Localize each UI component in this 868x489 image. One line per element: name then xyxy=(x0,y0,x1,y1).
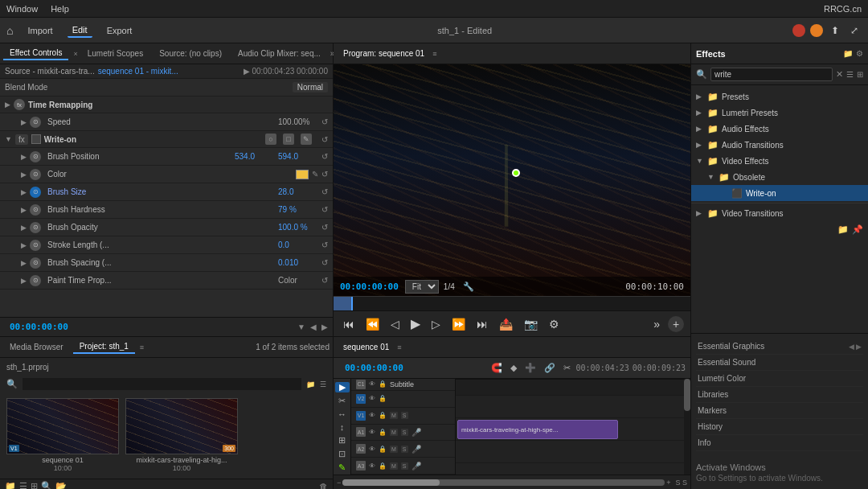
ec-bo-expand[interactable]: ▶ xyxy=(21,224,27,232)
bl-icon-list[interactable]: ☰ xyxy=(320,380,326,388)
tl-current-time[interactable]: 00:00:00:00 xyxy=(345,363,403,373)
bl-zoom-icon[interactable]: 🔍 xyxy=(41,481,52,489)
mp-add-button[interactable]: + xyxy=(668,316,684,332)
ec-stroke-length-value[interactable]: 0.0 xyxy=(278,240,318,249)
tl-v1-toggle[interactable]: V1 xyxy=(356,411,366,421)
rp-pin-icon[interactable]: 📌 xyxy=(852,224,863,235)
rp-lumetri-color[interactable]: Lumetri Color xyxy=(696,371,863,387)
ec-color-picker-icon[interactable]: ✎ xyxy=(312,170,318,179)
ec-prev-icon[interactable]: ◀ xyxy=(310,323,317,331)
tl-v2-eye[interactable]: 👁 xyxy=(369,395,375,402)
tool-rate-stretch[interactable]: ⊞ xyxy=(335,435,350,446)
media-thumb-2[interactable]: 300 mixkit-cars-traveling-at-hig... 10:0… xyxy=(125,398,238,472)
ec-brush-hardness-value[interactable]: 79 % xyxy=(278,205,318,214)
ec-next-icon[interactable]: ▶ xyxy=(321,323,328,331)
tl-v2-lock[interactable]: 🔒 xyxy=(379,395,387,402)
tl-a1-eye[interactable]: 👁 xyxy=(369,429,375,436)
upload-icon[interactable]: ⬆ xyxy=(828,23,842,38)
mp-shuttle-forward[interactable]: ⏭ xyxy=(473,316,491,332)
ec-color-reset[interactable]: ↺ xyxy=(321,170,328,179)
rp-history[interactable]: History xyxy=(696,419,863,435)
fullscreen-icon[interactable]: ⤢ xyxy=(847,23,862,38)
ec-bs-stopwatch[interactable]: ⊙ xyxy=(30,187,41,198)
home-button[interactable]: ⌂ xyxy=(6,24,13,37)
ec-brush-opacity-value[interactable]: 100.0 % xyxy=(278,223,318,232)
tab-effect-controls[interactable]: Effect Controls xyxy=(3,47,68,60)
rp-search-clear[interactable]: ✕ xyxy=(836,69,843,80)
ec-writeon-circle-tool[interactable]: ○ xyxy=(265,134,276,145)
ec-speed-reset[interactable]: ↺ xyxy=(321,117,328,126)
ec-writeon-expand[interactable]: ▼ xyxy=(5,135,12,143)
tl-razor-icon[interactable]: ✂ xyxy=(561,362,573,374)
rp-item-video-effects[interactable]: ▼ 📁 Video Effects xyxy=(691,153,868,169)
tl-a1-mute[interactable]: M xyxy=(390,429,398,436)
rp-essential-sound[interactable]: Essential Sound xyxy=(696,355,863,371)
tl-a3-eye[interactable]: 👁 xyxy=(369,462,375,470)
mp-mark-out[interactable]: ▷ xyxy=(428,316,444,332)
tl-v1-lock[interactable]: 🔒 xyxy=(379,412,387,419)
tl-v1-solo[interactable]: S xyxy=(401,412,408,419)
menu-help[interactable]: Help xyxy=(51,4,69,14)
rp-icon2[interactable]: ⊞ xyxy=(857,70,863,79)
bl-list-view-icon[interactable]: ☰ xyxy=(19,481,27,489)
bl-new-bin-icon[interactable]: 📁 xyxy=(5,481,16,489)
ec-pt-reset[interactable]: ↺ xyxy=(321,276,328,285)
ec-pt-expand[interactable]: ▶ xyxy=(21,277,27,285)
rp-info[interactable]: Info xyxy=(696,435,863,451)
ec-bp-stopwatch[interactable]: ⊙ xyxy=(30,151,41,162)
mp-settings-icon[interactable]: ⚙ xyxy=(546,316,563,332)
bl-delete-icon[interactable]: 🗑 xyxy=(319,482,328,490)
tool-ripple[interactable]: ↕ xyxy=(335,422,350,432)
bl-folder-icon[interactable]: 📂 xyxy=(55,481,67,489)
notification-red-icon[interactable] xyxy=(792,24,805,37)
tl-zoom-out[interactable]: − xyxy=(337,479,341,487)
tl-a2-mute[interactable]: M xyxy=(390,446,398,453)
edit-button[interactable]: Edit xyxy=(68,23,92,38)
ec-bs-reset[interactable]: ↺ xyxy=(321,187,328,196)
menu-window[interactable]: Window xyxy=(6,4,38,14)
ec-brush-pos-x[interactable]: 534.0 xyxy=(235,152,275,161)
tl-a2-mic[interactable]: 🎤 xyxy=(411,445,421,454)
ec-bp-reset[interactable]: ↺ xyxy=(321,152,328,161)
ec-timecode-display[interactable]: ▶ 00:00:04:23 00:00:00 xyxy=(244,67,328,76)
mp-scrubber[interactable] xyxy=(334,296,690,310)
ec-paint-time-value[interactable]: Color xyxy=(278,276,318,285)
tl-add-clip-icon[interactable]: ➕ xyxy=(522,362,538,374)
ec-pt-stopwatch[interactable]: ⊙ xyxy=(30,275,41,286)
tl-vscroll-thumb[interactable] xyxy=(684,379,690,411)
rp-item-obsolete[interactable]: ▼ 📁 Obsolete xyxy=(691,169,868,185)
rp-item-write-on[interactable]: ⬛ Write-on xyxy=(691,185,868,201)
tool-pen[interactable]: ✎ xyxy=(335,462,350,473)
tl-link-icon[interactable]: 🔗 xyxy=(542,362,558,374)
bl-search-input[interactable] xyxy=(23,378,301,390)
tl-v1-eye[interactable]: 👁 xyxy=(369,412,375,419)
ec-filter-icon[interactable]: ▼ xyxy=(297,323,305,331)
ec-sl-reset[interactable]: ↺ xyxy=(321,240,328,249)
tl-a2-toggle[interactable]: A2 xyxy=(356,444,366,454)
ec-bh-expand[interactable]: ▶ xyxy=(21,206,27,214)
rp-settings-icon[interactable]: ⚙ xyxy=(856,49,863,58)
ec-sl-stopwatch[interactable]: ⊙ xyxy=(30,240,41,251)
tl-a2-solo[interactable]: S xyxy=(401,446,408,453)
ec-time-remapping-expand[interactable]: ▶ xyxy=(5,101,10,109)
tab-sequence[interactable]: sequence 01 xyxy=(337,341,395,353)
ec-writeon-rect-tool[interactable]: □ xyxy=(283,134,294,145)
tl-zoom-slider[interactable] xyxy=(342,479,665,486)
mp-play-button[interactable]: ▶ xyxy=(407,314,424,333)
tl-a2-eye[interactable]: 👁 xyxy=(369,446,375,453)
bl-grid-view-icon[interactable]: ⊞ xyxy=(31,481,38,489)
mp-mark-in[interactable]: ◁ xyxy=(387,316,403,332)
rp-new-folder-icon[interactable]: 📁 xyxy=(837,224,849,235)
ec-writeon-reset[interactable]: ↺ xyxy=(321,135,328,144)
rp-libraries[interactable]: Libraries xyxy=(696,387,863,403)
rp-item-presets[interactable]: ▶ 📁 Presets xyxy=(691,88,868,105)
tab-program-monitor[interactable]: Program: sequence 01 xyxy=(337,47,431,60)
tl-a3-lock[interactable]: 🔒 xyxy=(379,462,387,470)
rp-markers[interactable]: Markers xyxy=(696,403,863,419)
tl-a3-solo[interactable]: S xyxy=(401,462,408,470)
tl-marker-icon[interactable]: ◆ xyxy=(508,362,519,374)
tab-source[interactable]: Source: (no clips) xyxy=(153,47,228,60)
rp-item-lumetri-presets[interactable]: ▶ 📁 Lumetri Presets xyxy=(691,105,868,121)
ec-speed-stopwatch[interactable]: ⊙ xyxy=(30,117,41,128)
tl-vscroll[interactable] xyxy=(684,379,690,475)
